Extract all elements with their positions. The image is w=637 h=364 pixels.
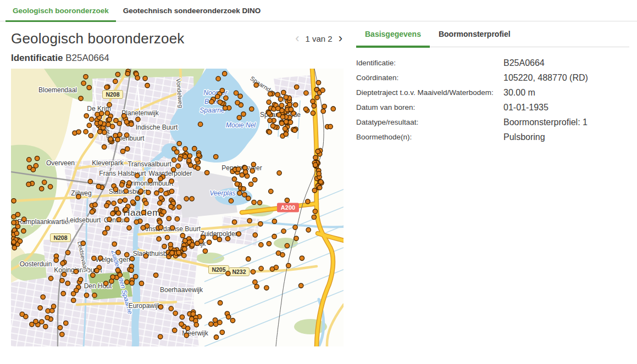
borehole-dot xyxy=(175,217,179,221)
borehole-dot xyxy=(257,200,262,205)
borehole-dot xyxy=(258,222,263,226)
borehole-dot xyxy=(60,332,64,337)
borehole-dot xyxy=(129,122,134,126)
borehole-dot xyxy=(292,128,297,132)
borehole-dot xyxy=(154,191,159,195)
borehole-dot xyxy=(134,220,139,224)
borehole-dot xyxy=(178,156,182,161)
borehole-dot xyxy=(259,243,263,247)
borehole-dot xyxy=(58,326,62,330)
pager-next-button[interactable]: › xyxy=(337,33,344,44)
borehole-dot xyxy=(322,104,326,109)
map-label: Mooie Nel xyxy=(226,121,256,129)
borehole-dot xyxy=(169,306,173,311)
borehole-dot xyxy=(294,236,298,240)
borehole-dot xyxy=(232,220,236,224)
borehole-dot xyxy=(130,200,135,204)
borehole-dot xyxy=(313,209,317,214)
borehole-dot xyxy=(272,219,276,223)
borehole-dot xyxy=(312,215,316,219)
borehole-dot xyxy=(319,180,323,184)
borehole-dot xyxy=(124,189,128,193)
borehole-dot xyxy=(237,191,242,195)
borehole-dot xyxy=(110,211,115,216)
borehole-dot xyxy=(276,251,280,255)
survey-panel: Geologisch booronderzoek ‹ 1 van 2 › Ide… xyxy=(11,21,344,346)
borehole-dot xyxy=(331,107,335,111)
borehole-dot xyxy=(168,242,173,247)
borehole-dot xyxy=(311,111,315,115)
borehole-dot xyxy=(141,226,145,230)
borehole-dot xyxy=(189,163,193,167)
map-container[interactable]: BloemendaalDe KrimPlanetenwijkIndische B… xyxy=(11,69,344,346)
borehole-dot xyxy=(267,242,271,246)
borehole-dot xyxy=(84,114,88,118)
borehole-dot xyxy=(108,137,113,141)
borehole-dot xyxy=(104,281,108,285)
borehole-dot xyxy=(74,269,78,273)
borehole-dot xyxy=(269,189,273,193)
pager-prev-button[interactable]: ‹ xyxy=(294,33,300,44)
borehole-dot xyxy=(218,301,222,305)
borehole-dot xyxy=(172,158,176,162)
borehole-dot xyxy=(62,272,67,277)
borehole-dot xyxy=(318,186,322,190)
borehole-dot xyxy=(141,210,146,215)
tab-label: Geotechnisch sondeeronderzoek DINO xyxy=(123,7,261,15)
borehole-dot xyxy=(153,273,158,277)
borehole-dot xyxy=(173,328,177,333)
borehole-dot xyxy=(213,235,217,239)
borehole-dot xyxy=(12,220,16,225)
borehole-dot xyxy=(170,226,175,230)
borehole-dot xyxy=(293,103,298,107)
borehole-dot xyxy=(299,283,303,288)
tab-geologisch-booronderzoek[interactable]: Geologisch booronderzoek xyxy=(5,0,116,21)
borehole-dot xyxy=(284,132,288,136)
tab-geotechnisch-sondeeronderzoek[interactable]: Geotechnisch sondeeronderzoek DINO xyxy=(116,0,268,21)
borehole-dot xyxy=(159,188,163,192)
row-label: Coördinaten: xyxy=(356,74,503,82)
borehole-dot xyxy=(40,187,44,191)
borehole-dot xyxy=(103,231,107,235)
borehole-dot xyxy=(130,281,134,285)
borehole-dot xyxy=(253,280,257,284)
borehole-dot xyxy=(316,80,320,85)
borehole-dot xyxy=(183,154,187,159)
borehole-dot xyxy=(180,315,184,319)
table-row: Datatype/resultaat: Boormonsterprofiel: … xyxy=(356,115,629,130)
borehole-dot xyxy=(254,284,259,289)
borehole-dot xyxy=(61,292,65,296)
borehole-dot xyxy=(106,226,110,231)
borehole-dot xyxy=(92,256,96,260)
borehole-dot xyxy=(272,234,276,239)
borehole-dot xyxy=(91,273,95,277)
borehole-dot xyxy=(129,268,134,272)
row-value: Boormonsterprofiel: 1 xyxy=(503,117,629,127)
borehole-dot xyxy=(115,72,120,76)
borehole-dot xyxy=(125,217,129,222)
row-label: Datum van boren: xyxy=(356,103,503,111)
borehole-dot xyxy=(288,120,292,125)
borehole-dot xyxy=(145,83,149,88)
borehole-dot xyxy=(214,335,218,339)
borehole-dot xyxy=(223,106,228,110)
tab-label: Geologisch booronderzoek xyxy=(13,7,109,15)
borehole-dot xyxy=(118,132,122,137)
borehole-dot xyxy=(71,298,76,303)
borehole-dot xyxy=(280,121,284,126)
map-canvas[interactable]: BloemendaalDe KrimPlanetenwijkIndische B… xyxy=(11,69,344,346)
borehole-dot xyxy=(270,124,275,128)
borehole-dot xyxy=(27,158,31,162)
borehole-dot xyxy=(179,322,184,326)
borehole-dot xyxy=(270,267,274,271)
borehole-dot xyxy=(267,100,271,104)
borehole-dot xyxy=(43,324,48,329)
borehole-dot xyxy=(164,191,168,195)
table-row: Dieptetraject t.o.v. Maaiveld/Waterbodem… xyxy=(356,85,629,100)
tab-basisgegevens[interactable]: Basisgegevens xyxy=(356,21,430,47)
borehole-dot xyxy=(243,170,248,174)
map-label: Spaarne xyxy=(200,107,225,114)
borehole-dot xyxy=(259,266,263,271)
borehole-dot xyxy=(232,177,236,181)
tab-boormonsterprofiel[interactable]: Boormonsterprofiel xyxy=(430,21,519,47)
